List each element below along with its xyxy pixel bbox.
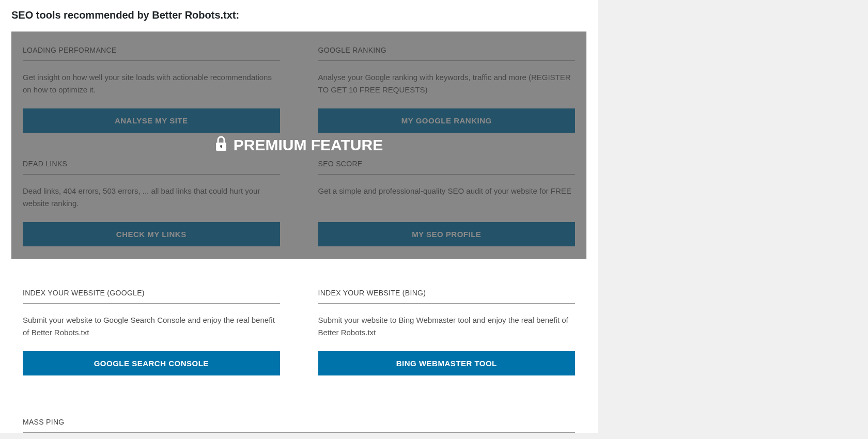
card-description: Submit your website to Google Search Con… xyxy=(23,314,280,339)
premium-label: PREMIUM FEATURE xyxy=(215,136,383,155)
svg-rect-2 xyxy=(221,146,222,148)
google-search-console-button[interactable]: GOOGLE SEARCH CONSOLE xyxy=(23,351,280,375)
page-title: SEO tools recommended by Better Robots.t… xyxy=(11,0,586,32)
premium-container: PREMIUM FEATURE LOADING PERFORMANCE Get … xyxy=(11,32,586,259)
bottom-cards-row: INDEX YOUR WEBSITE (GOOGLE) Submit your … xyxy=(11,274,586,388)
card-description: Submit your website to Bing Webmaster to… xyxy=(318,314,576,339)
bing-webmaster-tool-button[interactable]: BING WEBMASTER TOOL xyxy=(318,351,576,375)
sidebar-right xyxy=(598,0,868,433)
premium-overlay[interactable]: PREMIUM FEATURE xyxy=(11,32,586,259)
main-content: SEO tools recommended by Better Robots.t… xyxy=(0,0,598,433)
lock-icon xyxy=(215,136,227,155)
card-index-bing: INDEX YOUR WEBSITE (BING) Submit your we… xyxy=(307,274,587,388)
premium-overlay-text: PREMIUM FEATURE xyxy=(234,136,383,154)
card-index-google: INDEX YOUR WEBSITE (GOOGLE) Submit your … xyxy=(11,274,291,388)
card-mass-ping: MASS PING xyxy=(11,403,586,433)
card-title: INDEX YOUR WEBSITE (BING) xyxy=(318,289,576,304)
card-title: INDEX YOUR WEBSITE (GOOGLE) xyxy=(23,289,280,304)
card-title: MASS PING xyxy=(23,418,575,433)
